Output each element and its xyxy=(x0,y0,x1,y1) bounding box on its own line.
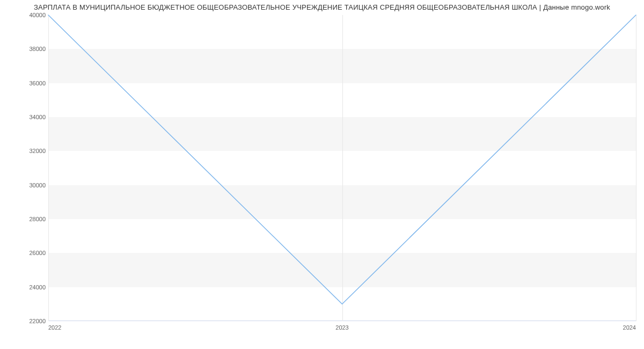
gridline-vertical xyxy=(636,15,636,321)
y-axis-tick-label: 32000 xyxy=(3,148,46,154)
y-axis-tick-label: 22000 xyxy=(3,318,46,324)
y-axis-tick-label: 36000 xyxy=(3,80,46,86)
y-axis-tick-label: 26000 xyxy=(3,250,46,256)
y-axis-tick-label: 30000 xyxy=(3,182,46,188)
y-axis-tick-label: 34000 xyxy=(3,114,46,120)
x-axis-tick-label: 2022 xyxy=(48,324,61,331)
x-axis-tick-label: 2023 xyxy=(335,324,348,331)
line-series xyxy=(48,15,636,321)
chart-container: ЗАРПЛАТА В МУНИЦИПАЛЬНОЕ БЮДЖЕТНОЕ ОБЩЕО… xyxy=(0,0,644,349)
series-polyline xyxy=(48,15,636,304)
y-axis-tick-label: 40000 xyxy=(3,12,46,18)
plot-area xyxy=(48,15,636,321)
y-axis-tick-label: 24000 xyxy=(3,284,46,290)
x-axis-tick-label: 2024 xyxy=(623,324,636,331)
chart-title: ЗАРПЛАТА В МУНИЦИПАЛЬНОЕ БЮДЖЕТНОЕ ОБЩЕО… xyxy=(0,3,644,11)
y-axis-tick-label: 28000 xyxy=(3,216,46,222)
y-axis-tick-label: 38000 xyxy=(3,46,46,52)
